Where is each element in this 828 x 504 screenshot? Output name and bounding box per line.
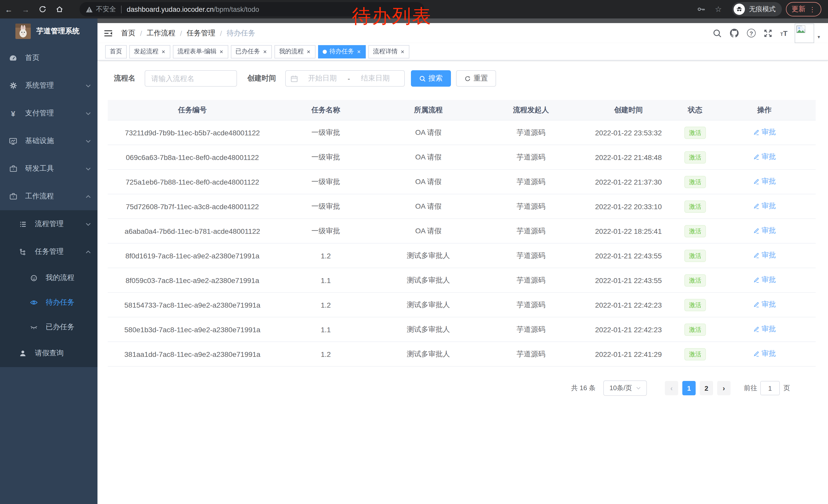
tags-view-bar: 首页 发起流程 × 流程表单-编辑 × 已办任务 × 我的流程 × [97,43,828,60]
reload-icon[interactable] [37,5,48,13]
approve-button[interactable]: 审批 [753,325,776,334]
process-cell: 测试多审批人 [374,325,482,334]
key-icon[interactable] [697,5,706,13]
approve-button[interactable]: 审批 [753,152,776,162]
process-cell: OA 请假 [374,128,482,137]
sidebar-item-devtools[interactable]: 研发工具 [0,155,97,183]
approve-button[interactable]: 审批 [753,276,776,285]
tab-process-detail[interactable]: 流程详情 × [368,45,409,58]
close-icon[interactable]: × [357,48,361,55]
breadcrumb-workflow[interactable]: 工作流程 [147,29,175,38]
chevron-down-icon [86,139,91,143]
user-icon [18,350,27,357]
next-page-button[interactable]: › [717,381,731,395]
back-icon[interactable]: ← [4,5,14,13]
tab-my-process[interactable]: 我的流程 × [275,45,316,58]
initiator-cell: 芋道源码 [482,276,580,285]
goto-label: 前往 [744,383,757,393]
process-cell: 测试多审批人 [374,350,482,359]
chevron-down-icon [636,386,641,390]
close-icon[interactable]: × [400,48,405,55]
reset-button[interactable]: 重置 [456,70,496,87]
warning-icon[interactable] [86,6,93,12]
sidebar-item-done-tasks[interactable]: 已办任务 [0,315,97,339]
app-logo-row[interactable]: 芋道管理系统 [0,18,97,44]
page-size-select[interactable]: 10条/页 [603,380,647,396]
search-button[interactable]: 搜索 [411,70,451,87]
task-id-cell: 381aa1dd-7ac8-11ec-a9e2-a2380e71991a [108,350,277,358]
tab-home[interactable]: 首页 [105,45,127,58]
sidebar-item-task-mgmt[interactable]: 任务管理 [0,238,97,266]
tab-label: 流程详情 [373,47,398,56]
approve-button[interactable]: 审批 [753,202,776,211]
date-range-picker[interactable]: 开始日期 - 结束日期 [285,70,405,87]
breadcrumb-task-mgmt[interactable]: 任务管理 [187,29,215,38]
prev-page-button[interactable]: ‹ [665,381,678,395]
approve-button[interactable]: 审批 [753,226,776,236]
calendar-icon [290,75,298,82]
tab-todo-tasks[interactable]: 待办任务 × [318,45,366,58]
home-icon[interactable] [54,5,65,13]
approve-button[interactable]: 审批 [753,251,776,260]
close-icon[interactable]: × [263,48,267,55]
font-size-icon[interactable]: TT [780,30,787,37]
url-path[interactable]: /bpm/task/todo [214,5,259,13]
approve-button[interactable]: 审批 [753,128,776,137]
table-body: 73211d9d-7b9b-11ec-b5b7-acde48001122 一级审… [108,121,816,367]
approve-label: 审批 [761,325,776,334]
close-icon[interactable]: × [161,48,166,55]
sidebar-collapse-icon[interactable] [104,29,113,38]
sidebar: 芋道管理系统 首页 系统管理 ¥ 支付管理 [0,18,97,504]
help-icon[interactable]: ? [747,29,756,37]
font-size-large-glyph: T [783,30,787,37]
browser-menu-icon[interactable]: ⋮ [809,5,816,13]
start-date-placeholder[interactable]: 开始日期 [298,74,346,83]
col-process: 所属流程 [374,105,482,114]
page-unit-label: 页 [783,383,790,393]
sidebar-item-workflow[interactable]: 工作流程 [0,183,97,210]
close-icon[interactable]: × [306,48,311,55]
bookmark-star-icon[interactable]: ☆ [715,5,722,14]
approve-button[interactable]: 审批 [753,350,776,359]
close-icon[interactable]: × [219,48,224,55]
sidebar-item-home[interactable]: 首页 [0,44,97,72]
reset-button-label: 重置 [473,74,488,83]
sidebar-item-infrastructure[interactable]: 基础设施 [0,127,97,155]
search-icon[interactable] [713,29,722,38]
caret-down-icon[interactable]: ▼ [817,35,821,40]
sidebar-item-label: 任务管理 [35,247,64,256]
sidebar-item-todo-tasks[interactable]: 待办任务 [0,290,97,315]
action-cell: 审批 [713,177,816,187]
tab-form-edit[interactable]: 流程表单-编辑 × [173,45,228,58]
page-1-button[interactable]: 1 [682,381,696,395]
initiator-cell: 芋道源码 [482,325,580,334]
status-cell: 激活 [677,225,713,237]
pagination: 共 16 条 10条/页 ‹ 1 2 › 前往 页 [108,380,816,396]
tab-start-process[interactable]: 发起流程 × [129,45,170,58]
github-icon[interactable] [730,28,739,38]
gear-icon [9,82,17,90]
sidebar-item-payment[interactable]: ¥ 支付管理 [0,99,97,127]
status-badge: 激活 [685,225,706,237]
process-name-input[interactable] [145,70,237,87]
sidebar-item-my-process[interactable]: 我的流程 [0,266,97,290]
sidebar-item-leave-query[interactable]: 请假查询 [0,339,97,367]
forward-icon[interactable]: → [20,5,31,13]
breadcrumb-home[interactable]: 首页 [121,29,135,38]
tab-done-tasks[interactable]: 已办任务 × [231,45,272,58]
url-host[interactable]: dashboard.yudao.iocoder.cn [127,5,214,13]
sidebar-item-process-mgmt[interactable]: 流程管理 [0,210,97,238]
end-date-placeholder[interactable]: 结束日期 [351,74,400,83]
sidebar-item-system[interactable]: 系统管理 [0,72,97,99]
goto-page-input[interactable] [760,381,780,395]
avatar[interactable] [795,23,814,43]
browser-update-button[interactable]: 更新 ⋮ [786,2,821,16]
task-name-cell: 1.2 [277,350,374,358]
page-2-button[interactable]: 2 [700,381,713,395]
tab-label: 发起流程 [134,47,159,56]
fullscreen-icon[interactable] [763,29,773,38]
status-cell: 激活 [677,200,713,213]
approve-button[interactable]: 审批 [753,300,776,310]
approve-button[interactable]: 审批 [753,177,776,186]
security-label[interactable]: 不安全 [96,5,116,14]
